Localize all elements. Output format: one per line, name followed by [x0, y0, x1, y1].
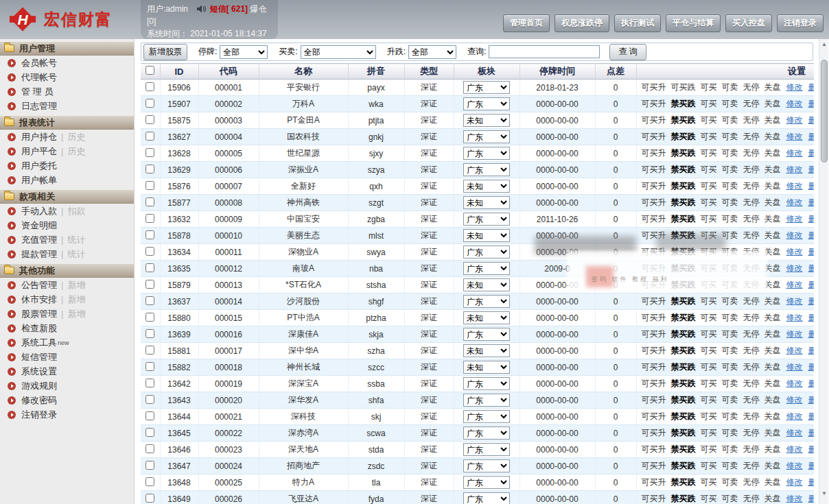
sidebar-extra-link[interactable]: 历史 — [67, 131, 85, 143]
flag-close[interactable]: 关盘 — [764, 82, 781, 92]
row-checkbox[interactable] — [145, 247, 154, 256]
board-select[interactable]: 广东 — [463, 476, 510, 489]
flag-close[interactable]: 关盘 — [764, 362, 781, 372]
flag-no-stop[interactable]: 无停 — [743, 346, 760, 355]
flag-buy[interactable]: 可买 — [701, 263, 717, 273]
flag-buy-down[interactable]: 禁买跌 — [671, 99, 696, 108]
row-checkbox[interactable] — [145, 346, 154, 355]
flag-close[interactable]: 关盘 — [764, 477, 781, 487]
flag-buy-up[interactable]: 可买升 — [642, 148, 666, 158]
delete-link[interactable]: 删除 — [808, 379, 815, 388]
flag-sell[interactable]: 可卖 — [722, 132, 738, 141]
sidebar-link[interactable]: 日志管理 — [21, 100, 57, 112]
nav-button-6[interactable]: 注销登录 — [777, 14, 824, 32]
edit-link[interactable]: 修改 — [786, 411, 803, 421]
flag-buy-up[interactable]: 可买升 — [642, 444, 666, 454]
flag-buy-down[interactable]: 禁买跌 — [671, 132, 696, 141]
flag-sell[interactable]: 可卖 — [722, 214, 738, 224]
board-select[interactable]: 未知 — [463, 114, 510, 127]
board-select[interactable]: 广东 — [463, 81, 510, 94]
flag-buy-up[interactable]: 可买升 — [642, 230, 666, 240]
board-select[interactable]: 广东 — [463, 328, 510, 341]
row-checkbox[interactable] — [145, 132, 154, 141]
flag-close[interactable]: 关盘 — [764, 395, 781, 405]
flag-buy-up[interactable]: 可买升 — [642, 296, 666, 306]
row-checkbox[interactable] — [145, 477, 154, 486]
edit-link[interactable]: 修改 — [786, 247, 803, 256]
suspend-filter-select[interactable]: 全部 — [220, 45, 268, 59]
flag-close[interactable]: 关盘 — [764, 379, 781, 388]
edit-link[interactable]: 修改 — [786, 346, 803, 355]
flag-buy[interactable]: 可买 — [701, 197, 717, 207]
flag-buy[interactable]: 可买 — [701, 494, 717, 503]
sidebar-section-header[interactable]: 其他功能 — [0, 263, 134, 278]
board-select[interactable]: 广东 — [463, 213, 510, 226]
board-select[interactable]: 未知 — [463, 229, 510, 242]
edit-link[interactable]: 修改 — [786, 181, 803, 191]
flag-buy-up[interactable]: 可买升 — [642, 82, 666, 92]
flag-no-stop[interactable]: 无停 — [743, 115, 760, 125]
sidebar-item[interactable]: 代理帐号 — [0, 70, 134, 84]
flag-no-stop[interactable]: 无停 — [743, 329, 760, 339]
sidebar-item[interactable]: 用户帐单 — [0, 173, 134, 187]
vertical-scrollbar[interactable]: ▲ ▼ — [819, 39, 828, 504]
sidebar-link[interactable]: 管 理 员 — [21, 86, 53, 98]
flag-buy[interactable]: 可买 — [701, 181, 717, 191]
flag-sell[interactable]: 可卖 — [722, 99, 738, 108]
flag-close[interactable]: 关盘 — [764, 197, 781, 207]
flag-buy-down[interactable]: 禁买跌 — [671, 280, 696, 289]
flag-buy-up[interactable]: 可买升 — [642, 329, 666, 339]
flag-no-stop[interactable]: 无停 — [743, 263, 760, 273]
flag-buy-up[interactable]: 可买升 — [642, 494, 666, 503]
flag-no-stop[interactable]: 无停 — [743, 362, 760, 372]
board-select[interactable]: 未知 — [463, 196, 510, 209]
flag-sell[interactable]: 可卖 — [722, 197, 738, 207]
row-checkbox[interactable] — [145, 494, 154, 503]
flag-buy-down[interactable]: 禁买跌 — [671, 329, 696, 339]
flag-sell[interactable]: 可卖 — [722, 230, 738, 240]
flag-sell[interactable]: 可卖 — [722, 411, 738, 421]
sidebar-link[interactable]: 用户持仓 — [21, 131, 57, 143]
sidebar-item[interactable]: 用户持仓|历史 — [0, 130, 134, 144]
flag-sell[interactable]: 可卖 — [722, 461, 738, 470]
edit-link[interactable]: 修改 — [786, 296, 803, 306]
row-checkbox[interactable] — [145, 395, 154, 404]
delete-link[interactable]: 删除 — [808, 428, 815, 437]
sidebar-item[interactable]: 系统设置 — [0, 364, 134, 379]
flag-buy-down[interactable]: 禁买跌 — [671, 115, 696, 125]
flag-buy-down[interactable]: 可买跌 — [671, 82, 696, 92]
flag-close[interactable]: 关盘 — [764, 444, 781, 454]
row-checkbox[interactable] — [145, 379, 154, 387]
flag-no-stop[interactable]: 无停 — [743, 461, 760, 470]
flag-sell[interactable]: 可卖 — [722, 379, 738, 388]
delete-link[interactable]: 删除 — [808, 362, 815, 372]
flag-sell[interactable]: 可卖 — [722, 329, 738, 339]
flag-buy-up[interactable]: 可买升 — [642, 165, 666, 174]
sidebar-link[interactable]: 手动入款 — [21, 205, 57, 217]
nav-button-4[interactable]: 平仓与结算 — [666, 14, 721, 32]
sidebar-link[interactable]: 系统设置 — [21, 365, 57, 378]
flag-buy-up[interactable]: 可买升 — [642, 313, 666, 322]
sidebar-item[interactable]: 检查新股 — [0, 321, 134, 335]
flag-buy[interactable]: 可买 — [701, 115, 717, 125]
flag-sell[interactable]: 可卖 — [722, 313, 738, 322]
sidebar-section-header[interactable]: 用户管理 — [0, 41, 134, 56]
sidebar-link[interactable]: 修改密码 — [21, 394, 57, 407]
delete-link[interactable]: 删除 — [808, 477, 815, 487]
flag-sell[interactable]: 可卖 — [722, 263, 738, 273]
sidebar-link[interactable]: 用户委托 — [21, 160, 57, 172]
flag-no-stop[interactable]: 无停 — [743, 165, 760, 174]
row-checkbox[interactable] — [145, 411, 154, 420]
flag-buy[interactable]: 可买 — [701, 214, 717, 224]
board-select[interactable]: 未知 — [463, 278, 510, 291]
delete-link[interactable]: 删除 — [808, 132, 815, 141]
delete-link[interactable]: 删除 — [808, 313, 815, 322]
flag-close[interactable]: 关盘 — [764, 346, 781, 355]
board-select[interactable]: 广东 — [463, 295, 510, 308]
flag-buy[interactable]: 可买 — [701, 346, 717, 355]
row-checkbox[interactable] — [145, 428, 154, 437]
flag-buy-up[interactable]: 可买升 — [642, 263, 666, 273]
delete-link[interactable]: 删除 — [808, 115, 815, 125]
sidebar-link[interactable]: 休市安排 — [21, 293, 57, 306]
board-select[interactable]: 广东 — [463, 377, 510, 390]
